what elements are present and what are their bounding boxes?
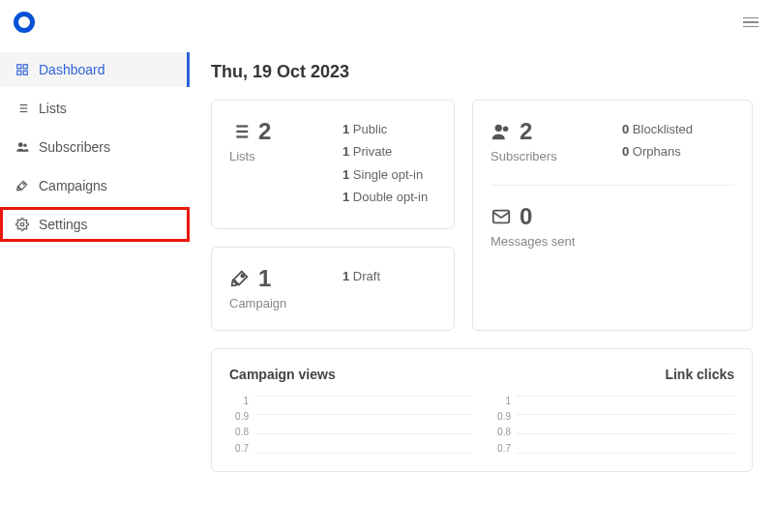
svg-rect-3	[23, 71, 27, 74]
mail-icon	[491, 206, 512, 227]
people-icon	[15, 140, 29, 154]
sidebar-item-label: Dashboard	[39, 62, 105, 77]
main-content: Thu, 19 Oct 2023 2 Lists 1 Public 1 Priv…	[190, 44, 774, 532]
subscribers-count: 2	[491, 118, 603, 145]
sidebar-item-label: Subscribers	[39, 139, 110, 155]
sidebar-item-label: Campaigns	[39, 178, 107, 193]
campaigns-card: 1 Campaign 1 Draft	[211, 247, 455, 331]
messages-label: Messages sent	[491, 234, 734, 249]
svg-point-11	[23, 144, 27, 148]
chart-yaxis: 1 0.9 0.8 0.7	[229, 396, 249, 454]
link-clicks-chart: 1 0.9 0.8 0.7	[491, 396, 734, 454]
people-icon	[491, 121, 512, 142]
charts-card: Campaign views Link clicks 1 0.9 0.8 0.7	[211, 348, 753, 472]
svg-rect-0	[17, 65, 21, 69]
list-icon	[15, 102, 29, 115]
layout: Dashboard Lists Subscribers Campaigns Se…	[0, 44, 774, 532]
dashboard-icon	[15, 63, 29, 76]
sidebar-item-settings[interactable]: Settings	[0, 207, 190, 242]
chart-plot	[254, 396, 472, 454]
campaigns-label: Campaign	[229, 296, 323, 310]
lists-card: 2 Lists 1 Public 1 Private 1 Single opt-…	[211, 100, 455, 229]
svg-rect-1	[23, 65, 27, 69]
sidebar-item-campaigns[interactable]: Campaigns	[0, 168, 190, 203]
messages-count: 0	[491, 203, 734, 230]
stats-row: 2 Lists 1 Public 1 Private 1 Single opt-…	[211, 100, 753, 331]
subscribers-facts: 0 Blocklisted 0 Orphans	[622, 118, 734, 163]
sidebar-item-subscribers[interactable]: Subscribers	[0, 130, 190, 164]
app-logo[interactable]	[14, 12, 35, 33]
rocket-icon	[229, 268, 251, 289]
topbar	[0, 0, 774, 44]
sidebar-item-lists[interactable]: Lists	[0, 91, 190, 126]
hamburger-menu-icon[interactable]	[739, 14, 762, 32]
rocket-icon	[15, 179, 29, 192]
chart-title-views: Campaign views	[229, 367, 336, 382]
campaign-views-chart: 1 0.9 0.8 0.7	[229, 396, 472, 454]
page-title: Thu, 19 Oct 2023	[211, 62, 753, 82]
sidebar: Dashboard Lists Subscribers Campaigns Se…	[0, 44, 190, 532]
sidebar-item-label: Lists	[39, 101, 67, 116]
sidebar-item-dashboard[interactable]: Dashboard	[0, 52, 190, 87]
subscribers-label: Subscribers	[491, 149, 603, 163]
divider	[491, 185, 734, 186]
svg-point-12	[23, 184, 24, 185]
list-icon	[229, 121, 251, 142]
sidebar-item-label: Settings	[39, 217, 88, 232]
campaigns-count: 1	[229, 265, 323, 292]
gear-icon	[15, 218, 29, 231]
svg-point-20	[241, 274, 244, 277]
svg-point-21	[495, 125, 502, 132]
lists-count: 2	[229, 118, 323, 145]
chart-plot	[517, 396, 734, 454]
subscribers-card: 2 Subscribers 0 Blocklisted 0 Orphans 0	[472, 100, 753, 331]
svg-rect-2	[17, 71, 21, 74]
lists-label: Lists	[229, 149, 323, 163]
svg-point-13	[20, 222, 24, 226]
campaigns-facts: 1 Draft	[342, 265, 436, 310]
svg-point-22	[503, 127, 509, 133]
lists-facts: 1 Public 1 Private 1 Single opt-in 1 Dou…	[342, 118, 436, 209]
svg-point-10	[18, 142, 23, 147]
chart-title-clicks: Link clicks	[665, 367, 734, 382]
chart-yaxis: 1 0.9 0.8 0.7	[491, 396, 511, 454]
